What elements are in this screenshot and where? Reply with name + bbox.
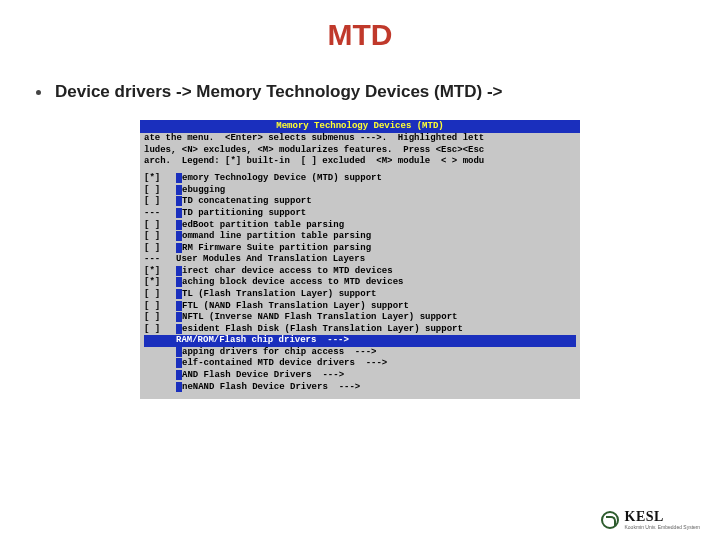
option-mark (144, 370, 176, 382)
option-mark (144, 335, 176, 346)
menu-option: [ ] esident Flash Disk (Flash Translatio… (144, 324, 576, 336)
option-label: TD partitioning support (176, 208, 306, 220)
option-label: AND Flash Device Drivers ---> (176, 370, 344, 382)
option-mark: [ ] (144, 324, 176, 336)
menu-option: --- User Modules And Translation Layers (144, 254, 576, 265)
help-line-3: arch. Legend: [*] built-in [ ] excluded … (144, 156, 484, 166)
option-label: TL (Flash Translation Layer) support (176, 289, 376, 301)
menu-option: [*] irect char device access to MTD devi… (144, 266, 576, 278)
highlight-letter (176, 220, 182, 230)
menu-option: AND Flash Device Drivers ---> (144, 370, 576, 382)
bullet-text: Device drivers -> Memory Technology Devi… (55, 82, 503, 102)
option-mark: [ ] (144, 185, 176, 197)
option-mark (144, 358, 176, 370)
help-line-1: ate the menu. <Enter> selects submenus -… (144, 133, 484, 143)
menu-option: [ ] FTL (NAND Flash Translation Layer) s… (144, 301, 576, 313)
terminal-screenshot: Memory Technology Devices (MTD) ate the … (140, 120, 580, 399)
option-mark: [*] (144, 277, 176, 289)
highlight-letter (176, 324, 182, 334)
menu-option: elf-contained MTD device drivers ---> (144, 358, 576, 370)
option-label: User Modules And Translation Layers (176, 254, 365, 265)
menu-option: [*] aching block device access to MTD de… (144, 277, 576, 289)
option-label: aching block device access to MTD device… (176, 277, 403, 289)
logo-icon (601, 511, 619, 529)
logo-subtext: Kookmin Univ. Embedded System (625, 525, 701, 530)
slide: MTD Device drivers -> Memory Technology … (0, 0, 720, 540)
highlight-letter (176, 243, 182, 253)
option-mark: --- (144, 254, 176, 265)
option-label: ommand line partition table parsing (176, 231, 371, 243)
highlight-letter (176, 277, 182, 287)
menu-option: --- TD partitioning support (144, 208, 576, 220)
option-mark (144, 347, 176, 359)
terminal-help: ate the menu. <Enter> selects submenus -… (140, 133, 580, 171)
logo: KESL Kookmin Univ. Embedded System (601, 509, 701, 530)
terminal-body: [*] emory Technology Device (MTD) suppor… (140, 171, 580, 399)
highlight-letter (176, 370, 182, 380)
menu-option: RAM/ROM/Flash chip drivers ---> (144, 335, 576, 346)
option-label: neNAND Flash Device Drivers ---> (176, 382, 360, 394)
option-label: edBoot partition table parsing (176, 220, 344, 232)
option-mark: [ ] (144, 220, 176, 232)
menu-option: [ ] RM Firmware Suite partition parsing (144, 243, 576, 255)
highlight-letter (176, 266, 182, 276)
option-label: ebugging (176, 185, 225, 197)
option-label: RAM/ROM/Flash chip drivers ---> (176, 335, 349, 346)
option-label: FTL (NAND Flash Translation Layer) suppo… (176, 301, 409, 313)
option-label: elf-contained MTD device drivers ---> (176, 358, 387, 370)
menu-option: neNAND Flash Device Drivers ---> (144, 382, 576, 394)
option-mark: [ ] (144, 312, 176, 324)
highlight-letter (176, 347, 182, 357)
help-line-2: ludes, <N> excludes, <M> modularizes fea… (144, 145, 484, 155)
option-mark: [ ] (144, 243, 176, 255)
highlight-letter (176, 358, 182, 368)
highlight-letter (176, 382, 182, 392)
highlight-letter (176, 196, 182, 206)
highlight-letter (176, 312, 182, 322)
highlight-letter (176, 173, 182, 183)
option-label: TD concatenating support (176, 196, 312, 208)
bullet-row: Device drivers -> Memory Technology Devi… (30, 82, 690, 102)
menu-option: [ ] ebugging (144, 185, 576, 197)
option-mark: [*] (144, 173, 176, 185)
option-mark: [ ] (144, 196, 176, 208)
menu-option: [ ] ommand line partition table parsing (144, 231, 576, 243)
option-label: emory Technology Device (MTD) support (176, 173, 382, 185)
logo-text: KESL (625, 509, 701, 525)
option-mark: [ ] (144, 289, 176, 301)
option-label: irect char device access to MTD devices (176, 266, 393, 278)
slide-title: MTD (30, 18, 690, 52)
option-mark: [ ] (144, 231, 176, 243)
option-mark: [*] (144, 266, 176, 278)
bullet-icon (36, 90, 41, 95)
highlight-letter (176, 185, 182, 195)
menu-option: [ ] NFTL (Inverse NAND Flash Translation… (144, 312, 576, 324)
option-mark: --- (144, 208, 176, 220)
menu-option: [*] emory Technology Device (MTD) suppor… (144, 173, 576, 185)
menu-option: [ ] TL (Flash Translation Layer) support (144, 289, 576, 301)
option-label: NFTL (Inverse NAND Flash Translation Lay… (176, 312, 457, 324)
option-label: RM Firmware Suite partition parsing (176, 243, 371, 255)
highlight-letter (176, 301, 182, 311)
highlight-letter (176, 208, 182, 218)
terminal-wrap: Memory Technology Devices (MTD) ate the … (30, 120, 690, 399)
option-label: apping drivers for chip access ---> (176, 347, 376, 359)
highlight-letter (176, 289, 182, 299)
logo-text-wrap: KESL Kookmin Univ. Embedded System (625, 509, 701, 530)
terminal-title: Memory Technology Devices (MTD) (140, 120, 580, 133)
menu-option: [ ] edBoot partition table parsing (144, 220, 576, 232)
option-mark (144, 382, 176, 394)
highlight-letter (176, 231, 182, 241)
menu-option: apping drivers for chip access ---> (144, 347, 576, 359)
option-mark: [ ] (144, 301, 176, 313)
option-label: esident Flash Disk (Flash Translation La… (176, 324, 463, 336)
menu-option: [ ] TD concatenating support (144, 196, 576, 208)
